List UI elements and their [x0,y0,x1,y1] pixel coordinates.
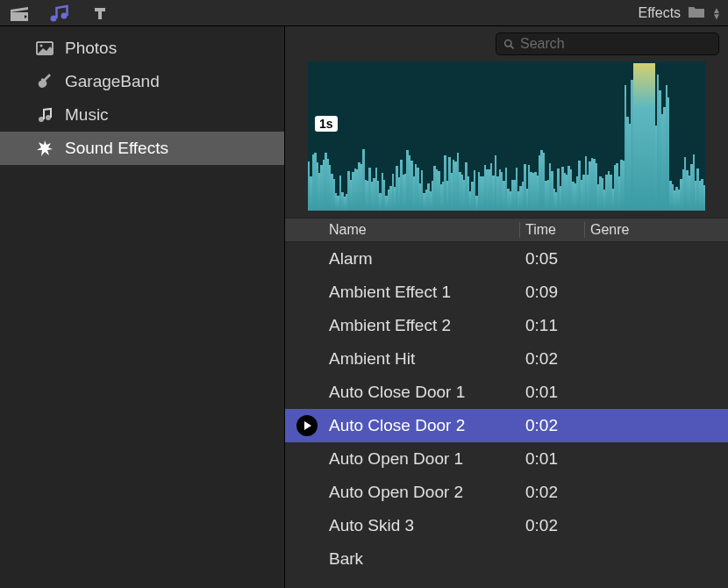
svg-point-4 [40,45,43,47]
sidebar-item-music[interactable]: Music [0,98,284,132]
sidebar-item-sound-effects[interactable]: Sound Effects [0,132,284,165]
sidebar-item-label: Sound Effects [65,139,168,158]
cell-name: Ambient Effect 1 [329,283,520,302]
cell-name: Auto Open Door 2 [329,483,520,502]
content-panel: Search 1s Name Time Genre Alarm0:05Ambie… [285,26,728,588]
waveform-time-marker: 1s [315,116,338,132]
column-header-name[interactable]: Name [329,222,520,238]
search-bar: Search [285,26,728,61]
waveform-preview[interactable]: 1s [308,61,705,211]
svg-marker-9 [304,421,311,430]
search-input[interactable]: Search [496,32,719,55]
cell-name: Ambient Hit [329,349,520,369]
guitar-icon [35,72,54,91]
burst-icon [35,139,54,158]
cell-time: 0:09 [520,283,585,302]
table-header: Name Time Genre [285,218,728,242]
svg-point-7 [505,39,511,46]
effects-label[interactable]: Effects [638,5,681,21]
cell-time: 0:01 [520,383,585,402]
cell-time: 0:11 [520,316,585,335]
sidebar-item-label: GarageBand [65,72,160,91]
sidebar: PhotosGarageBandMusicSound Effects [0,26,285,588]
cell-time: 0:02 [520,516,585,535]
folder-icon[interactable] [688,4,705,22]
cell-time: 0:01 [520,449,585,469]
music-note-icon [35,105,54,125]
table-body: Alarm0:05Ambient Effect 10:09Ambient Eff… [285,242,728,588]
cell-name: Ambient Effect 2 [329,316,520,335]
table-row[interactable]: Alarm0:05 [285,242,728,276]
cell-name: Auto Open Door 1 [329,449,520,469]
sidebar-item-label: Music [65,105,109,125]
sidebar-item-label: Photos [65,39,117,58]
chevron-up-down-icon[interactable]: ▲▼ [712,7,721,19]
table-row[interactable]: Auto Close Door 10:01 [285,376,728,409]
cell-name: Auto Close Door 2 [329,416,520,435]
search-icon [503,39,515,50]
cell-time: 0:02 [520,483,585,502]
cell-name: Auto Skid 3 [329,516,520,535]
toolbar: Effects ▲▼ [0,0,728,26]
table-row[interactable]: Ambient Hit0:02 [285,342,728,376]
cell-time: 0:05 [520,249,585,269]
play-button[interactable] [296,415,318,436]
sidebar-item-photos[interactable]: Photos [0,32,284,65]
table-row[interactable]: Auto Open Door 20:02 [285,476,728,509]
column-header-time[interactable]: Time [520,222,585,238]
svg-line-8 [510,46,513,48]
table-row[interactable]: Auto Open Door 10:01 [285,442,728,476]
search-placeholder: Search [520,36,565,52]
cell-name: Bark [329,549,520,569]
table-row[interactable]: Ambient Effect 10:09 [285,276,728,309]
table-row[interactable]: Bark [285,542,728,576]
cell-name: Alarm [329,249,520,269]
photo-icon [35,39,54,58]
table-row[interactable]: Auto Skid 30:02 [285,509,728,542]
text-title-icon[interactable] [88,3,112,24]
table-row[interactable]: Ambient Effect 20:11 [285,309,728,342]
waveform-panel: 1s [285,61,728,218]
clapperboard-icon[interactable] [7,3,32,24]
sidebar-item-garageband[interactable]: GarageBand [0,65,284,98]
table-row[interactable]: Auto Close Door 20:02 [285,409,728,442]
cell-time: 0:02 [520,416,585,435]
cell-time: 0:02 [520,349,585,369]
cell-name: Auto Close Door 1 [329,383,520,402]
music-notes-icon[interactable] [47,3,72,24]
column-header-genre[interactable]: Genre [585,222,728,238]
